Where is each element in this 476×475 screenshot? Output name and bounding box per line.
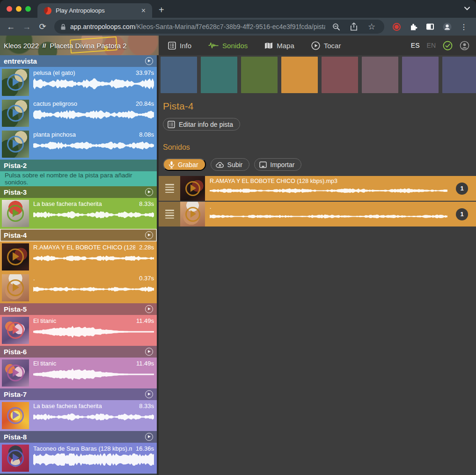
clip-pelusa[interactable]: pelusa (el gato)33.97s bbox=[0, 67, 157, 98]
sound-play-icon[interactable] bbox=[185, 181, 200, 196]
clip-thumbnail[interactable] bbox=[2, 69, 29, 96]
waveform bbox=[33, 139, 154, 152]
swatch-track-3[interactable] bbox=[241, 57, 278, 93]
sound-list: R.AMAYA Y EL BOBOTE CHICO (128 kbps).mp3… bbox=[159, 176, 476, 227]
record-extension-icon[interactable] bbox=[389, 20, 404, 34]
nav-item-sonidos[interactable]: Sonidos bbox=[208, 42, 248, 50]
clip-play-icon[interactable] bbox=[7, 136, 24, 153]
clip-title: R.AMAYA Y EL BOBOTE CHICO (128 kbps).... bbox=[33, 244, 135, 251]
lang-en-toggle[interactable]: EN bbox=[427, 42, 436, 49]
track-play-icon[interactable] bbox=[145, 231, 153, 239]
share-icon[interactable] bbox=[347, 21, 361, 33]
sound-row-dot[interactable]: . 1 bbox=[159, 202, 476, 227]
sound-row-ramaya[interactable]: R.AMAYA Y EL BOBOTE CHICO (128 kbps).mp3… bbox=[159, 176, 476, 201]
forward-button[interactable]: → bbox=[20, 20, 34, 34]
close-window-button[interactable] bbox=[7, 6, 12, 12]
nav-item-info[interactable]: Info bbox=[168, 42, 191, 50]
track-header-entrevista[interactable]: entrevista bbox=[0, 55, 157, 67]
clip-play-icon[interactable] bbox=[7, 450, 24, 467]
clip-play-icon[interactable] bbox=[7, 205, 24, 222]
browser-menu-icon[interactable]: ⋮ bbox=[456, 20, 471, 34]
profile-avatar[interactable] bbox=[439, 20, 454, 34]
clip-play-icon[interactable] bbox=[7, 407, 24, 424]
clip-planta[interactable]: planta pinchosa8.08s bbox=[0, 129, 157, 160]
swatch-track-8[interactable] bbox=[442, 57, 476, 93]
sound-play-icon[interactable] bbox=[185, 207, 200, 222]
lang-es-toggle[interactable]: ES bbox=[411, 42, 420, 49]
sound-thumbnail[interactable] bbox=[180, 202, 205, 227]
clip-cactus[interactable]: cactus peligroso20.84s bbox=[0, 98, 157, 129]
minimize-window-button[interactable] bbox=[16, 6, 22, 12]
tab-search-chevron-icon[interactable] bbox=[464, 6, 470, 11]
clip-thumbnail[interactable] bbox=[2, 359, 29, 387]
clip-thumbnail[interactable] bbox=[2, 445, 29, 472]
track-play-icon[interactable] bbox=[145, 305, 153, 313]
clip-thumbnail[interactable] bbox=[2, 100, 29, 127]
upload-button[interactable]: Subir bbox=[211, 158, 250, 171]
track-header-pista-2[interactable]: Pista-2 bbox=[0, 160, 157, 171]
drag-handle[interactable] bbox=[159, 176, 180, 201]
clip-titanic-6[interactable]: El titanic11.49s bbox=[0, 358, 157, 388]
track-header-pista-4[interactable]: Pista-4 bbox=[0, 229, 157, 241]
breadcrumb-scene[interactable]: Placeta Divina Pastora 2 bbox=[50, 42, 126, 50]
tab-close-icon[interactable]: × bbox=[139, 6, 147, 15]
fullscreen-window-button[interactable] bbox=[25, 6, 31, 12]
clip-la-base[interactable]: La base fachera facherita8.33s bbox=[0, 198, 157, 229]
clip-titanic-5[interactable]: El titanic11.49s bbox=[0, 315, 157, 346]
track-header-pista-6[interactable]: Pista-6 bbox=[0, 346, 157, 358]
clip-la-base-7[interactable]: La base fachera facherita8.33s bbox=[0, 400, 157, 431]
clip-play-icon[interactable] bbox=[7, 248, 24, 265]
browser-tab[interactable]: Play Antropoloops × bbox=[37, 3, 152, 18]
clip-play-icon[interactable] bbox=[7, 74, 24, 91]
browser-toolbar: ← → ⟳ app.antropoloops.com/Kleos-Santa-M… bbox=[0, 18, 476, 36]
clip-play-icon[interactable] bbox=[7, 105, 24, 122]
track-play-icon[interactable] bbox=[145, 390, 153, 398]
clip-thumbnail[interactable] bbox=[2, 200, 29, 227]
swatch-track-2[interactable] bbox=[201, 57, 237, 93]
swatch-track-6[interactable] bbox=[362, 57, 398, 93]
clip-play-icon[interactable] bbox=[7, 279, 24, 296]
track-header-pista-7[interactable]: Pista-7 bbox=[0, 388, 157, 400]
clip-thumbnail[interactable] bbox=[2, 274, 29, 301]
sound-thumbnail[interactable] bbox=[180, 176, 205, 201]
clip-dot[interactable]: .0.37s bbox=[0, 272, 157, 303]
track-play-icon[interactable] bbox=[145, 348, 153, 356]
swatch-track-7[interactable] bbox=[402, 57, 439, 93]
clip-thumbnail[interactable] bbox=[2, 243, 29, 270]
track-header-pista-5[interactable]: Pista-5 bbox=[0, 303, 157, 315]
nav-item-mapa[interactable]: Mapa bbox=[264, 42, 294, 50]
clip-thumbnail[interactable] bbox=[2, 402, 29, 429]
nav-item-tocar[interactable]: Tocar bbox=[311, 41, 341, 50]
clip-title: El titanic bbox=[33, 317, 56, 324]
clip-thumbnail[interactable] bbox=[2, 131, 29, 158]
side-panel-icon[interactable] bbox=[423, 20, 438, 34]
breadcrumb-project[interactable]: Kleos 2022 bbox=[4, 42, 39, 50]
track-header-pista-3[interactable]: Pista-3 bbox=[0, 186, 157, 198]
track-play-icon[interactable] bbox=[145, 57, 153, 65]
swatch-track-1[interactable] bbox=[161, 57, 197, 93]
clip-play-icon[interactable] bbox=[7, 365, 24, 381]
drag-handle[interactable] bbox=[159, 202, 180, 227]
edit-track-info-button[interactable]: Editar info de pista bbox=[163, 118, 240, 131]
track-header-pista-8[interactable]: Pista-8 bbox=[0, 431, 157, 443]
swatch-track-5[interactable] bbox=[322, 57, 358, 93]
clip-thumbnail[interactable] bbox=[2, 317, 29, 344]
zoom-out-icon[interactable] bbox=[329, 21, 343, 33]
account-icon[interactable] bbox=[460, 41, 469, 51]
extensions-puzzle-icon[interactable] bbox=[406, 20, 421, 34]
clip-duration: 20.84s bbox=[136, 100, 154, 107]
bookmark-star-icon[interactable]: ☆ bbox=[365, 21, 379, 33]
new-tab-button[interactable]: + bbox=[152, 5, 171, 17]
address-bar[interactable]: app.antropoloops.com/Kleos-Santa-Marina/… bbox=[54, 20, 384, 34]
swatch-track-4[interactable] bbox=[281, 57, 318, 93]
track-play-icon[interactable] bbox=[145, 433, 153, 441]
back-button[interactable]: ← bbox=[4, 20, 18, 34]
import-button[interactable]: Importar bbox=[254, 158, 301, 171]
clip-ramaya[interactable]: R.AMAYA Y EL BOBOTE CHICO (128 kbps)....… bbox=[0, 241, 157, 272]
track-play-icon[interactable] bbox=[145, 188, 153, 196]
clip-taconeo[interactable]: Taconeo de Sara Baras (128 kbps).mp316.3… bbox=[0, 443, 157, 474]
record-button[interactable]: Grabar bbox=[163, 158, 206, 171]
clip-duration: 8.33s bbox=[139, 200, 154, 207]
reload-button[interactable]: ⟳ bbox=[36, 20, 50, 34]
clip-play-icon[interactable] bbox=[7, 322, 24, 339]
